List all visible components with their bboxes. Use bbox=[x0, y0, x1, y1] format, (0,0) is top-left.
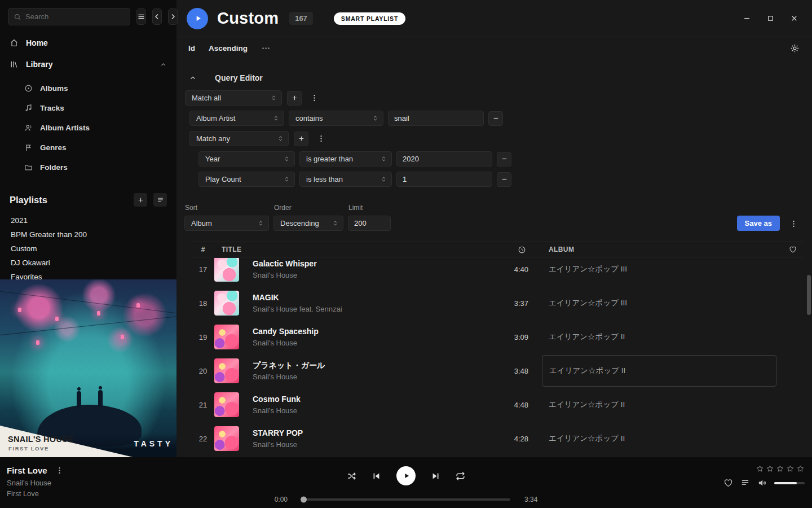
artwork-title-text: FIRST LOVE bbox=[8, 445, 49, 452]
track-artist[interactable]: Snail's House bbox=[253, 271, 483, 279]
next-track-icon[interactable] bbox=[431, 471, 440, 481]
column-index[interactable]: # bbox=[192, 246, 214, 253]
rule-menu-button[interactable] bbox=[307, 91, 321, 106]
order-select[interactable]: Descending bbox=[273, 216, 343, 231]
add-playlist-button[interactable] bbox=[134, 193, 147, 207]
track-artist[interactable]: Snail's House bbox=[253, 373, 483, 381]
more-options-icon[interactable] bbox=[261, 43, 271, 53]
remove-rule-button[interactable] bbox=[497, 172, 511, 187]
scrollbar-thumb[interactable] bbox=[807, 275, 811, 315]
group-menu-button[interactable] bbox=[314, 132, 328, 146]
track-title[interactable]: STARRY POP bbox=[253, 428, 483, 439]
track-title[interactable]: プラネット・ガール bbox=[253, 361, 483, 371]
previous-track-icon[interactable] bbox=[372, 471, 381, 481]
sidebar-item-albums[interactable]: Albums bbox=[0, 78, 176, 98]
play-pause-button[interactable] bbox=[396, 466, 416, 485]
field-select[interactable]: Play Count bbox=[198, 172, 295, 187]
seek-bar[interactable] bbox=[302, 498, 510, 501]
track-artist[interactable]: Snail's House bbox=[253, 406, 483, 415]
playlist-item[interactable]: 2021 bbox=[0, 213, 176, 227]
lantern bbox=[36, 340, 39, 345]
match-type-select[interactable]: Match all bbox=[185, 90, 282, 106]
playlist-list-button[interactable] bbox=[153, 193, 167, 207]
table-row[interactable]: 19Candy SpaceshipSnail's House3:09エイリアン☆… bbox=[192, 320, 804, 354]
add-rule-button[interactable] bbox=[287, 91, 302, 106]
sidebar-item-label: Library bbox=[26, 60, 52, 69]
track-number: 18 bbox=[192, 299, 214, 308]
playlist-item[interactable]: BPM Greater than 200 bbox=[0, 227, 176, 242]
table-row[interactable]: 20プラネット・ガールSnail's House3:48エイリアン☆ポップ II bbox=[192, 354, 804, 388]
play-playlist-button[interactable] bbox=[187, 8, 208, 29]
sidebar-item-folders[interactable]: Folders bbox=[0, 157, 176, 177]
close-icon[interactable] bbox=[790, 14, 798, 23]
playlist-item[interactable]: DJ Okawari bbox=[0, 256, 176, 270]
shuffle-icon[interactable] bbox=[347, 471, 356, 481]
sidebar-item-tracks[interactable]: Tracks bbox=[0, 98, 176, 118]
track-title[interactable]: Cosmo Funk bbox=[253, 395, 483, 405]
track-title[interactable]: Galactic Whisper bbox=[253, 259, 483, 269]
sort-select[interactable]: Album bbox=[184, 216, 269, 231]
remove-rule-button[interactable] bbox=[497, 152, 511, 167]
operator-select[interactable]: contains bbox=[289, 111, 383, 126]
field-select[interactable]: Album Artist bbox=[189, 111, 284, 126]
search-box[interactable] bbox=[8, 8, 130, 25]
table-row[interactable]: 17Galactic WhisperSnail's House4:40エイリアン… bbox=[192, 258, 804, 286]
column-duration[interactable] bbox=[483, 246, 528, 254]
table-row[interactable]: 21Cosmo FunkSnail's House4:48エイリアン☆ポップ I… bbox=[192, 388, 804, 422]
star-icon[interactable] bbox=[756, 465, 764, 473]
minimize-icon[interactable] bbox=[743, 14, 751, 23]
sidebar-item-genres[interactable]: Genres bbox=[0, 138, 176, 157]
track-artist[interactable]: Snail's House bbox=[253, 440, 483, 449]
table-row[interactable]: 22STARRY POPSnail's House4:28エイリアン☆ポップ I… bbox=[192, 422, 804, 456]
sort-field-button[interactable]: Id bbox=[188, 44, 195, 52]
column-favorite[interactable] bbox=[782, 246, 804, 253]
operator-select[interactable]: is less than bbox=[299, 172, 392, 187]
favorite-heart-icon[interactable] bbox=[723, 478, 733, 488]
operator-select[interactable]: is greater than bbox=[299, 151, 392, 167]
field-select[interactable]: Year bbox=[198, 151, 295, 167]
track-title[interactable]: MAGIK bbox=[253, 293, 483, 303]
limit-input[interactable] bbox=[348, 216, 391, 231]
remove-rule-button[interactable] bbox=[488, 111, 503, 126]
settings-gear-icon[interactable] bbox=[790, 43, 800, 53]
seek-handle[interactable] bbox=[301, 497, 307, 503]
save-as-button[interactable]: Save as bbox=[737, 216, 780, 231]
queue-list-icon[interactable] bbox=[740, 478, 750, 488]
collapse-query-editor-button[interactable] bbox=[185, 72, 201, 84]
search-input[interactable] bbox=[25, 12, 125, 21]
column-title[interactable]: TITLE bbox=[214, 246, 483, 253]
sidebar-item-album-artists[interactable]: Album Artists bbox=[0, 118, 176, 138]
nav-back-button[interactable] bbox=[152, 8, 162, 25]
sort-direction-button[interactable]: Ascending bbox=[209, 44, 248, 52]
playlist-item[interactable]: Custom bbox=[0, 242, 176, 256]
maximize-icon[interactable] bbox=[766, 14, 775, 23]
sidebar-item-library[interactable]: Library bbox=[0, 54, 176, 75]
rule-value-input[interactable] bbox=[396, 172, 492, 187]
chevron-left-icon bbox=[153, 12, 161, 21]
rule-value-input[interactable] bbox=[388, 111, 484, 126]
menu-button[interactable] bbox=[136, 8, 146, 25]
rule-value-input[interactable] bbox=[396, 151, 492, 167]
track-artist[interactable]: Snail's House bbox=[253, 339, 483, 347]
table-row[interactable]: 18MAGIKSnail's House feat. Sennzai3:37エイ… bbox=[192, 286, 804, 320]
add-group-rule-button[interactable] bbox=[294, 132, 308, 146]
star-icon[interactable] bbox=[766, 465, 774, 473]
star-icon[interactable] bbox=[786, 465, 795, 473]
column-album[interactable]: ALBUM bbox=[528, 246, 782, 253]
track-title[interactable]: Candy Spaceship bbox=[253, 327, 483, 337]
group-match-type-select[interactable]: Match any bbox=[189, 131, 289, 146]
query-rule-row: Year is greater than bbox=[198, 151, 812, 167]
chevron-up-icon[interactable] bbox=[160, 61, 167, 68]
album-thumbnail bbox=[214, 392, 239, 417]
volume-icon[interactable] bbox=[757, 478, 767, 488]
album-cell-editor[interactable]: エイリアン☆ポップ II bbox=[542, 355, 776, 387]
track-artist[interactable]: Snail's House feat. Sennzai bbox=[253, 305, 483, 313]
star-icon[interactable] bbox=[776, 465, 784, 473]
nav-forward-button[interactable] bbox=[168, 8, 178, 25]
repeat-icon[interactable] bbox=[456, 471, 465, 481]
volume-slider[interactable] bbox=[774, 482, 805, 484]
sidebar-item-home[interactable]: Home bbox=[0, 32, 176, 54]
star-icon[interactable] bbox=[796, 465, 805, 473]
save-menu-button[interactable] bbox=[786, 216, 801, 231]
dots-vertical-icon bbox=[310, 94, 319, 102]
